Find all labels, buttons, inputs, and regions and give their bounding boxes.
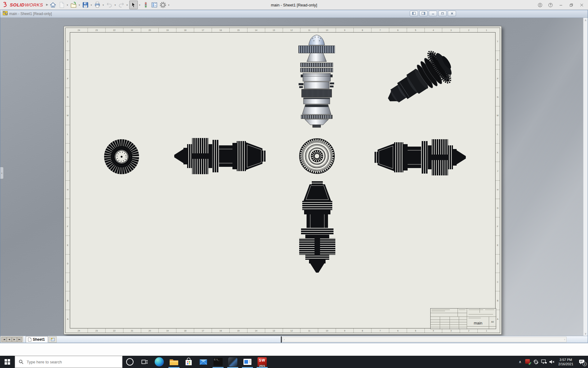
scroll-down-icon[interactable]: ∨ — [583, 331, 588, 336]
drawing-view-shaded-front[interactable] — [297, 34, 337, 129]
taskbar-search[interactable] — [15, 356, 123, 368]
save-button[interactable] — [81, 1, 89, 9]
cortana-taskbar-button[interactable] — [123, 356, 137, 368]
store-taskbar-button[interactable] — [181, 356, 196, 368]
open-file-button[interactable] — [70, 1, 77, 9]
feature-panel-collapse-handle[interactable]: ‹ — [0, 167, 4, 179]
tab-sheet1[interactable]: Sheet1 — [26, 336, 48, 343]
dropdown-arrow-icon[interactable]: ▾ — [67, 4, 68, 6]
media-app-taskbar-button[interactable] — [240, 356, 255, 368]
edge-taskbar-button[interactable] — [152, 356, 167, 368]
settings-gear-button[interactable] — [159, 1, 167, 9]
dropdown-arrow-icon[interactable]: ▾ — [139, 4, 140, 6]
traffic-light-button[interactable] — [142, 1, 150, 9]
dropdown-arrow-icon[interactable]: ▾ — [91, 4, 92, 6]
zone-column-label: 2 — [460, 28, 477, 32]
sw-status-tray-button[interactable]: ✓ — [524, 356, 532, 368]
zone-column-label: 9 — [336, 28, 353, 32]
close-button[interactable] — [576, 1, 587, 9]
zone-row-label: T — [496, 33, 500, 51]
select-cursor-button[interactable] — [129, 1, 138, 9]
new-file-button[interactable] — [58, 1, 66, 9]
task-view-taskbar-button[interactable] — [137, 356, 152, 368]
redo-button[interactable] — [117, 1, 125, 9]
sheet-tab-bar: |◀◀▶▶| Sheet1 ‹ › — [0, 336, 588, 343]
drawing-view-bottom[interactable] — [297, 181, 337, 274]
nav-prev-button[interactable]: ◀ — [7, 337, 12, 342]
volume-muted-tray-button[interactable] — [548, 356, 556, 368]
zone-column-label: 23 — [88, 28, 105, 32]
home-button[interactable] — [49, 1, 57, 9]
account-button[interactable] — [535, 1, 545, 9]
dropdown-arrow-icon[interactable]: ▾ — [79, 4, 80, 6]
document-window: main - Sheet1 [Read-only] ‹ 242322212019… — [0, 10, 588, 343]
drawing-view-front-circular[interactable] — [299, 138, 335, 176]
search-input[interactable] — [27, 360, 112, 364]
pane-left-button[interactable] — [410, 11, 418, 16]
cast-tray-button[interactable] — [532, 356, 540, 368]
zone-column-label: 15 — [229, 28, 247, 32]
title-block-part-name: main — [467, 320, 489, 326]
taskbar-clock[interactable]: 3:57 PM 2/16/2021 — [556, 358, 576, 366]
terminal-taskbar-button[interactable]: C:\_ — [211, 356, 225, 368]
nav-next-button[interactable]: ▶ — [12, 337, 17, 342]
scroll-left-icon[interactable]: ‹ — [284, 338, 285, 341]
close-sm-button[interactable] — [448, 11, 456, 16]
restore-sm-button[interactable] — [438, 11, 447, 16]
solidworks-logo: SOLIDWORKS ▶ — [2, 2, 48, 8]
nav-first-button[interactable]: |◀ — [2, 337, 6, 342]
dropdown-arrow-icon[interactable]: ▾ — [103, 4, 104, 6]
pane-splitter[interactable] — [281, 336, 282, 343]
hex-app-taskbar-button[interactable] — [225, 356, 240, 368]
drawing-doc-icon — [3, 11, 8, 17]
zone-column-label: 22 — [105, 28, 123, 32]
dropdown-arrow-icon[interactable]: ▾ — [115, 4, 116, 6]
sheet-tab-label: Sheet1 — [33, 337, 45, 342]
zone-row-label: A — [496, 310, 500, 328]
add-sheet-button[interactable] — [49, 336, 57, 343]
file-explorer-taskbar-button[interactable] — [167, 356, 181, 368]
start-button[interactable] — [0, 356, 15, 368]
scroll-right-icon[interactable]: › — [564, 338, 565, 341]
drawing-view-isometric[interactable] — [381, 51, 458, 110]
pane-right-button[interactable] — [419, 11, 428, 16]
nav-last-button[interactable]: ▶| — [17, 337, 22, 342]
clock-date: 2/16/2021 — [558, 362, 573, 366]
zone-column-label: 19 — [158, 28, 176, 32]
drawing-sheet[interactable]: 242322212019181716151413121110987654321 … — [64, 26, 502, 335]
zone-column-label: 4 — [424, 28, 442, 32]
sheet-icon — [28, 337, 32, 342]
zone-column-label: 8 — [353, 28, 371, 32]
network-tray-button[interactable] — [540, 356, 548, 368]
undo-button[interactable] — [105, 1, 113, 9]
display-settings-button[interactable] — [150, 1, 158, 9]
restore-button[interactable] — [566, 1, 576, 9]
zone-row-label: A — [66, 310, 70, 328]
scroll-up-icon[interactable]: ∧ — [583, 18, 588, 22]
zone-row-label: K — [496, 143, 500, 162]
drawing-viewport[interactable]: ‹ 24232221201918171615141312111098765432… — [0, 18, 588, 336]
solidworks-taskbar-button[interactable]: SW2021 — [255, 356, 270, 368]
help-button[interactable] — [545, 1, 556, 9]
zone-row-label: P — [66, 69, 70, 88]
dropdown-arrow-icon[interactable]: ▾ — [168, 4, 169, 6]
drawing-view-rear-circular[interactable] — [103, 138, 140, 176]
drawing-view-side-right[interactable] — [375, 137, 466, 178]
vertical-scrollbar[interactable]: ∧ ∨ — [583, 18, 588, 336]
zone-row-label: D — [66, 254, 70, 273]
mail-taskbar-button[interactable] — [196, 356, 211, 368]
minimize-button[interactable] — [556, 1, 566, 9]
zone-column-label: 21 — [123, 328, 141, 333]
print-button[interactable] — [93, 1, 101, 9]
dropdown-arrow-icon[interactable]: ▾ — [126, 4, 128, 6]
chevron-up-tray-button[interactable]: ∧ — [516, 356, 524, 368]
logo-flyout-arrow[interactable]: ▶ — [46, 3, 48, 6]
zone-column-label: 10 — [318, 28, 336, 32]
zone-row-label: E — [66, 236, 70, 254]
zone-column-label: 1 — [477, 328, 495, 333]
drawing-view-side-left[interactable] — [174, 136, 266, 177]
action-center-button[interactable]: 2 — [576, 356, 588, 368]
horizontal-scrollbar[interactable]: ‹ › — [282, 337, 567, 342]
minimize-sm-button[interactable] — [429, 11, 437, 16]
zone-column-label: 20 — [141, 328, 159, 333]
